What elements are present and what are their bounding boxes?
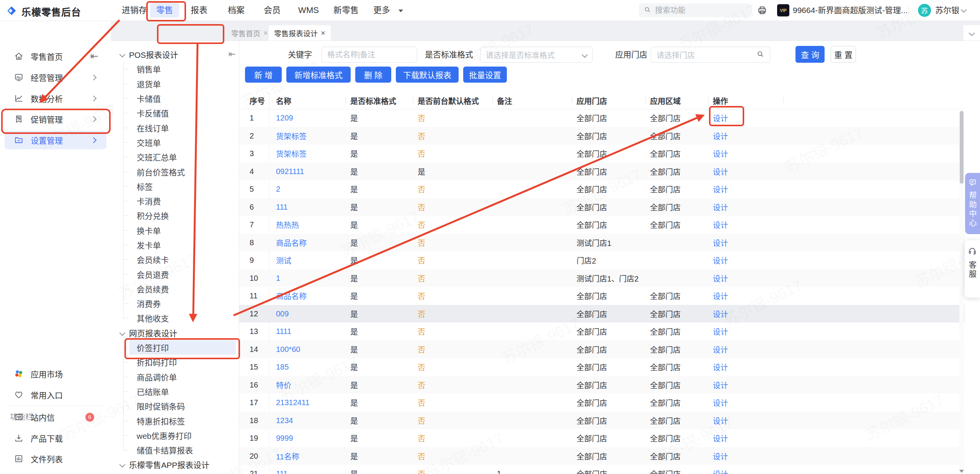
tree-item-0-3[interactable]: 卡反储值	[129, 106, 236, 120]
tree-item-0-13[interactable]: 会员续卡	[129, 252, 236, 267]
format-name-link[interactable]: 热热热	[276, 219, 299, 230]
format-name-link[interactable]: 货架标签	[276, 130, 307, 141]
format-name-link[interactable]: 商品名称	[276, 290, 307, 301]
design-link[interactable]: 设计	[713, 397, 728, 408]
query-button[interactable]: 查 询	[795, 46, 825, 63]
design-link[interactable]: 设计	[713, 112, 728, 124]
nav-item-4[interactable]: 会员	[258, 0, 287, 21]
design-link[interactable]: 设计	[713, 468, 728, 474]
nav-item-3[interactable]: 档案	[222, 0, 251, 21]
design-link[interactable]: 设计	[713, 433, 728, 444]
tree-section-2[interactable]: 乐檬零售APP报表设计	[111, 457, 239, 472]
tree-item-0-11[interactable]: 换卡单	[129, 223, 236, 238]
scrollbar-down-arrow[interactable]	[959, 470, 964, 473]
design-link[interactable]: 设计	[713, 362, 728, 373]
design-link[interactable]: 设计	[713, 344, 728, 355]
tab-0[interactable]: 零售首页×	[226, 25, 273, 41]
design-link[interactable]: 设计	[713, 237, 728, 248]
tree-item-0-6[interactable]: 交班汇总单	[129, 150, 236, 164]
format-name-link[interactable]: 21312411	[276, 398, 310, 407]
format-name-link[interactable]: 009	[276, 309, 289, 318]
design-link[interactable]: 设计	[713, 255, 728, 266]
tree-item-1-5[interactable]: 特惠折扣标签	[129, 413, 236, 428]
customer-service-button[interactable]: 客服	[965, 240, 980, 298]
format-name-link[interactable]: 1234	[276, 416, 293, 425]
table-scrollbar[interactable]	[959, 109, 964, 474]
design-link[interactable]: 设计	[713, 450, 728, 461]
tenant-name[interactable]: 99664-新界面商超版测试-管理...	[793, 0, 908, 21]
column-header-0[interactable]: 序号	[250, 95, 265, 106]
sidebar-item-4[interactable]: 设置管理	[5, 131, 106, 149]
app-logo[interactable]: 乐檬零售后台	[5, 5, 81, 18]
tree-item-0-16[interactable]: 消费券	[129, 296, 236, 311]
apply-store-input[interactable]: 请选择门店	[651, 47, 770, 63]
tree-item-0-15[interactable]: 会员续费	[129, 282, 236, 296]
tree-item-0-12[interactable]: 发卡单	[129, 238, 236, 252]
design-link[interactable]: 设计	[713, 166, 728, 177]
format-name-link[interactable]: 1111	[276, 327, 291, 336]
tree-item-0-9[interactable]: 卡消费	[129, 194, 236, 208]
scrollbar-thumb[interactable]	[960, 111, 964, 184]
design-link[interactable]: 设计	[713, 308, 728, 319]
action-button-2[interactable]: 删 除	[355, 67, 391, 83]
tree-section-0[interactable]: POS报表设计	[111, 47, 239, 62]
column-header-7[interactable]: 操作	[713, 95, 728, 106]
sidebar-item-2[interactable]: 数据分析	[5, 89, 106, 108]
design-link[interactable]: 设计	[713, 201, 728, 212]
tree-item-1-4[interactable]: 限时促销条码	[129, 399, 236, 413]
keyword-input[interactable]	[322, 47, 417, 63]
format-name-link[interactable]: 1	[276, 274, 280, 282]
tree-item-0-17[interactable]: 其他收支	[129, 311, 236, 325]
format-name-link[interactable]: 测试	[276, 255, 291, 266]
tab-close-icon[interactable]: ×	[321, 29, 325, 37]
design-link[interactable]: 设计	[713, 219, 728, 230]
format-name-link[interactable]: 100*60	[276, 345, 300, 353]
format-name-link[interactable]: 9999	[276, 434, 293, 443]
sidebar-tool-item-2[interactable]: 文件列表	[5, 450, 106, 468]
column-header-1[interactable]: 名称	[276, 95, 291, 106]
format-name-link[interactable]: 11名称	[276, 450, 299, 461]
column-header-5[interactable]: 应用门店	[577, 95, 607, 106]
nav-item-5[interactable]: WMS	[292, 0, 325, 21]
design-link[interactable]: 设计	[713, 130, 728, 141]
tree-item-1-6[interactable]: web优惠券打印	[129, 428, 236, 443]
sidebar-item-3[interactable]: 促销管理	[5, 110, 106, 128]
design-link[interactable]: 设计	[713, 184, 728, 195]
tree-item-0-10[interactable]: 积分兑换	[129, 208, 236, 223]
tree-item-0-0[interactable]: 销售单	[129, 62, 236, 76]
sidebar-app-item-1[interactable]: 常用入口	[5, 386, 106, 404]
tree-item-1-7[interactable]: 储值卡结算报表	[129, 443, 236, 457]
format-name-link[interactable]: 商品名称	[276, 237, 307, 248]
tree-item-1-2[interactable]: 商品调价单	[129, 370, 236, 384]
action-button-3[interactable]: 下载默认报表	[396, 67, 459, 83]
action-button-0[interactable]: 新 增	[245, 67, 282, 83]
nav-item-7[interactable]: 更多	[367, 0, 403, 21]
tree-item-0-1[interactable]: 退货单	[129, 77, 236, 91]
sidebar-item-0[interactable]: 零售首页	[5, 47, 106, 65]
format-name-link[interactable]: 1209	[276, 114, 293, 122]
tree-section-1[interactable]: 网页报表设计	[111, 326, 239, 340]
design-link[interactable]: 设计	[713, 415, 728, 426]
sidebar-item-1[interactable]: 经营管理	[5, 68, 106, 86]
format-name-link[interactable]: 111	[276, 202, 287, 211]
design-link[interactable]: 设计	[713, 290, 728, 301]
design-link[interactable]: 设计	[713, 148, 728, 159]
action-button-4[interactable]: 批量设置	[463, 67, 507, 83]
format-name-link[interactable]: 0921111	[276, 167, 304, 176]
tree-item-0-2[interactable]: 卡储值	[129, 91, 236, 106]
tree-item-0-5[interactable]: 交班单	[129, 135, 236, 150]
help-center-button[interactable]: 帮助中心	[965, 173, 980, 234]
user-chevron-down-icon[interactable]	[961, 7, 967, 13]
tab-close-icon[interactable]: ×	[263, 29, 268, 37]
column-header-4[interactable]: 备注	[497, 95, 512, 106]
format-name-link[interactable]: 2	[276, 185, 280, 194]
sidebar-tool-item-0[interactable]: 站内信6	[5, 408, 106, 426]
nav-item-0[interactable]: 进销存	[116, 0, 153, 21]
format-name-link[interactable]: 货架标签	[276, 148, 307, 159]
printer-icon[interactable]	[757, 5, 768, 17]
tab-1[interactable]: 零售报表设计×	[269, 25, 331, 41]
design-link[interactable]: 设计	[713, 326, 728, 337]
format-name-link[interactable]: 185	[276, 363, 289, 371]
design-link[interactable]: 设计	[713, 272, 728, 283]
user-avatar[interactable]: 苏	[918, 4, 931, 17]
